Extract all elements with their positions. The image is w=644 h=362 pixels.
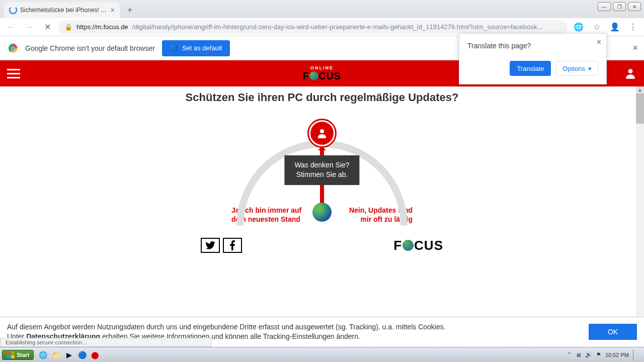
vertical-scrollbar[interactable]: ▲ ▼ (636, 86, 644, 347)
poll-gauge[interactable]: Was denken Sie? Stimmen Sie ab. (231, 120, 413, 231)
logo-online-text: ONLINE (303, 65, 341, 70)
gauge-center-icon (309, 120, 335, 146)
poll-tooltip: Was denken Sie? Stimmen Sie ab. (284, 155, 359, 185)
default-browser-message: Google Chrome isn't your default browser (25, 44, 155, 52)
profile-icon[interactable]: 👤 (608, 20, 622, 34)
system-tray: ⌃ 🖥 🔊 ⚑ 10:52 PM (567, 349, 642, 360)
tray-expand-icon[interactable]: ⌃ (567, 351, 572, 358)
facebook-button[interactable] (223, 238, 242, 253)
clock[interactable]: 10:52 PM (605, 352, 629, 358)
window-controls: ― ❐ ✕ (598, 2, 641, 11)
globe-icon (309, 71, 318, 80)
scroll-up-icon[interactable]: ▲ (636, 86, 644, 94)
menu-icon[interactable]: ⋮ (626, 20, 640, 34)
translate-button[interactable]: Translate (510, 61, 551, 76)
tooltip-line1: Was denken Sie? (294, 160, 349, 170)
site-logo[interactable]: ONLINE FCUS (303, 65, 341, 82)
stop-reload-button[interactable]: ✕ (40, 20, 54, 34)
globe-icon (403, 240, 414, 251)
lock-icon: 🔒 (64, 23, 72, 31)
social-row: FCUS (199, 238, 445, 253)
set-default-label: Set as default (182, 44, 222, 52)
default-bar-close-icon[interactable]: × (632, 43, 638, 53)
close-window-button[interactable]: ✕ (628, 2, 641, 11)
app-icon[interactable]: ⬤ (89, 349, 101, 361)
translate-options-button[interactable]: Options ▾ (556, 61, 598, 76)
cookie-ok-button[interactable]: OK (589, 324, 637, 340)
svg-point-6 (320, 129, 324, 133)
ie-icon[interactable]: 🌐 (37, 349, 49, 361)
new-tab-button[interactable]: + (123, 3, 137, 17)
svg-point-5 (628, 69, 633, 73)
tray-flag-icon[interactable]: ⚑ (596, 351, 601, 358)
twitter-button[interactable] (201, 238, 220, 253)
hamburger-menu-icon[interactable] (7, 69, 20, 78)
url-path: /digital/handy/iphone/angriff-im-hinterg… (132, 23, 543, 31)
url-field[interactable]: 🔒 https://m.focus.de/digital/handy/iphon… (58, 20, 568, 34)
browser-tab-strip: Sicherheitslücke bei iPhones! Nutzer × +… (0, 0, 644, 18)
shield-icon: 🔵 (170, 44, 178, 52)
tray-network-icon[interactable]: 🖥 (576, 352, 581, 358)
set-default-button[interactable]: 🔵 Set as default (162, 40, 230, 56)
globe-icon (312, 203, 332, 222)
media-icon[interactable]: ▶ (63, 349, 75, 361)
translate-title: Translate this page? (467, 42, 598, 50)
page-content: Schützen Sie ihren PC durch regelmäßige … (0, 86, 644, 304)
tooltip-line2: Stimmen Sie ab. (294, 170, 349, 180)
url-host: https://m.focus.de (76, 23, 128, 31)
translate-close-icon[interactable]: × (597, 38, 601, 47)
browser-status-bar: Establishing secure connection... (0, 338, 211, 347)
taskbar: Start 🌐 📁 ▶ 🔵 ⬤ ⌃ 🖥 🔊 ⚑ 10:52 PM (0, 347, 644, 362)
show-desktop-button[interactable] (633, 349, 639, 360)
tab-close-icon[interactable]: × (111, 6, 115, 14)
chrome-logo-icon (8, 43, 18, 53)
translate-popup: × Translate this page? Translate Options… (459, 33, 607, 84)
explorer-icon[interactable]: 📁 (50, 349, 62, 361)
start-button[interactable]: Start (2, 350, 34, 360)
bookmark-icon[interactable]: ☆ (590, 20, 604, 34)
translate-icon[interactable]: 🌐 (572, 20, 586, 34)
taskbar-items: 🌐 📁 ▶ 🔵 ⬤ (37, 349, 101, 361)
poll-question: Schützen Sie ihren PC durch regelmäßige … (0, 86, 644, 105)
options-label: Options (562, 65, 585, 72)
loading-spinner-icon (9, 6, 17, 14)
user-icon[interactable] (624, 67, 637, 80)
start-label: Start (17, 352, 29, 358)
logo-focus: FCUS (303, 70, 341, 82)
scroll-thumb[interactable] (636, 94, 644, 124)
footer-focus-logo: FCUS (393, 238, 443, 253)
maximize-button[interactable]: ❐ (613, 2, 626, 11)
forward-button[interactable]: → (22, 20, 36, 34)
back-button[interactable]: ← (4, 20, 18, 34)
svg-point-4 (12, 47, 15, 49)
tab-title: Sicherheitslücke bei iPhones! Nutzer (20, 7, 108, 14)
browser-tab[interactable]: Sicherheitslücke bei iPhones! Nutzer × (4, 2, 120, 18)
windows-flag-icon (7, 351, 15, 358)
chrome-taskbar-icon[interactable]: 🔵 (76, 349, 88, 361)
chevron-down-icon: ▾ (588, 65, 592, 72)
tray-sound-icon[interactable]: 🔊 (585, 351, 592, 358)
minimize-button[interactable]: ― (598, 2, 611, 11)
